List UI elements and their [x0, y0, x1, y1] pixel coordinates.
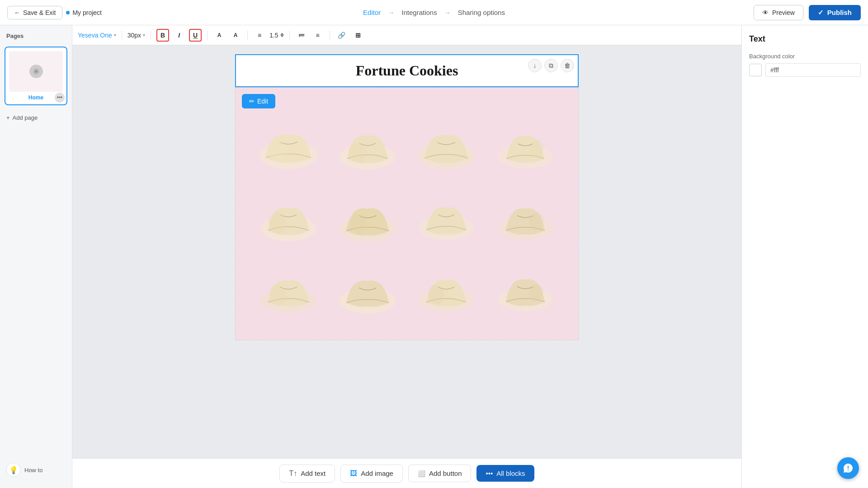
cookie-svg-11	[415, 265, 478, 315]
check-icon: ✓	[818, 9, 824, 17]
cookie-svg-8	[494, 193, 557, 243]
chat-button[interactable]	[837, 457, 859, 479]
back-arrow-icon: ←	[14, 9, 20, 16]
cookie-svg-6	[336, 193, 399, 243]
edit-block-button[interactable]: ✏ Edit	[242, 94, 275, 108]
editor-link[interactable]: Editor	[363, 9, 381, 16]
how-to-icon: 💡	[6, 463, 21, 477]
color-row	[749, 63, 861, 77]
font-size-select[interactable]: 30px ▾	[127, 32, 145, 39]
add-button-button[interactable]: ⬜ Add button	[408, 465, 472, 482]
cookie-6	[333, 187, 403, 249]
nav-left: ← Save & Exit My project	[7, 6, 102, 19]
text-color-button[interactable]: A	[213, 29, 226, 42]
add-text-button[interactable]: T↑ Add text	[279, 465, 335, 483]
main-layout: Feedback Pages Home ••• + Add page	[0, 25, 868, 488]
font-family-select[interactable]: Yeseva One ▾	[78, 32, 116, 39]
publish-button[interactable]: ✓ Publish	[809, 5, 861, 20]
cookie-svg-3	[415, 122, 478, 171]
cookie-9	[254, 259, 324, 322]
pages-title: Pages	[5, 33, 67, 39]
text-block-actions: ↓ ⧉ 🗑	[528, 59, 574, 72]
cookie-12	[491, 259, 561, 322]
unordered-list-button[interactable]: ≡	[311, 29, 324, 42]
cookie-svg-10	[336, 265, 399, 315]
plus-icon: +	[6, 114, 10, 121]
italic-button[interactable]: I	[173, 29, 185, 42]
bottom-toolbar: T↑ Add text 🖼 Add image ⬜ Add button •••…	[72, 458, 741, 488]
duplicate-button[interactable]: ⧉	[544, 59, 558, 72]
cookie-svg-5	[257, 193, 320, 243]
button-icon: ⬜	[418, 470, 425, 477]
add-image-button[interactable]: 🖼 Add image	[340, 465, 403, 483]
dot-indicator	[66, 11, 70, 14]
project-name: My project	[66, 9, 102, 16]
cookies-grid	[236, 88, 578, 340]
cookie-svg-12	[494, 265, 557, 315]
preview-button[interactable]: 👁 Preview	[754, 5, 803, 20]
divider-3	[207, 31, 208, 40]
text-block[interactable]: Fortune Cookies ↓ ⧉ 🗑	[235, 54, 579, 87]
color-input[interactable]	[765, 63, 861, 77]
nav-right: 👁 Preview ✓ Publish	[754, 5, 861, 20]
divider-6	[330, 31, 330, 40]
panel-title: Text	[749, 34, 861, 44]
line-height-control: 1.5	[269, 32, 283, 39]
top-navigation: ← Save & Exit My project Editor → Integr…	[0, 0, 868, 25]
canvas-area: Yeseva One ▾ 30px ▾ B I U A A ≡ 1.5	[72, 25, 741, 488]
text-highlight-button[interactable]: A	[229, 29, 242, 42]
cookie-2	[333, 115, 403, 178]
sharing-link[interactable]: Sharing options	[458, 9, 505, 16]
cookie-svg-9	[257, 265, 320, 315]
cookie-svg-1	[257, 122, 320, 171]
divider-4	[247, 31, 248, 40]
divider-2	[151, 31, 151, 40]
text-icon: T↑	[289, 469, 297, 478]
link-button[interactable]: 🔗	[335, 29, 348, 42]
chevron-down-icon-2: ▾	[143, 33, 145, 38]
grid-icon: •••	[486, 469, 493, 477]
color-swatch[interactable]	[749, 64, 762, 76]
cookie-8	[491, 187, 561, 249]
bg-color-label: Background color	[749, 53, 861, 60]
divider-5	[289, 31, 290, 40]
page-options-button[interactable]: •••	[55, 93, 65, 103]
ordered-list-button[interactable]: ≔	[295, 29, 308, 42]
line-height-arrows[interactable]	[280, 33, 284, 37]
chevron-down-icon: ▾	[114, 33, 116, 38]
cookie-svg-2	[336, 122, 399, 171]
underline-button[interactable]: U	[189, 29, 202, 42]
cookie-10	[333, 259, 403, 322]
image-block[interactable]: ✏ Edit	[235, 87, 579, 340]
add-page-button[interactable]: + Add page	[5, 113, 67, 123]
lh-down-arrow[interactable]	[280, 35, 284, 37]
cookie-3	[411, 115, 481, 178]
save-exit-button[interactable]: ← Save & Exit	[7, 6, 62, 19]
align-button[interactable]: ≡	[253, 29, 266, 42]
cookie-7	[411, 187, 481, 249]
divider-1	[122, 31, 122, 40]
cookie-svg-4	[494, 122, 557, 171]
cookie-1	[254, 115, 324, 178]
move-down-button[interactable]: ↓	[528, 59, 542, 72]
more-text-options-button[interactable]: ⊞	[352, 29, 364, 42]
cookie-svg-7	[415, 193, 478, 243]
chat-icon	[843, 463, 854, 474]
sidebar: Feedback Pages Home ••• + Add page	[0, 25, 72, 488]
all-blocks-button[interactable]: ••• All blocks	[476, 465, 534, 482]
thumbnail-preview	[9, 51, 63, 92]
lh-up-arrow[interactable]	[280, 33, 284, 35]
eye-icon: 👁	[762, 9, 769, 16]
right-panel: Text Background color	[741, 25, 868, 488]
page-title: Fortune Cookies	[356, 62, 458, 79]
cookie-4	[491, 115, 561, 178]
bold-button[interactable]: B	[156, 29, 169, 42]
pencil-icon: ✏	[249, 98, 255, 105]
integrations-link[interactable]: Integrations	[401, 9, 437, 16]
text-toolbar: Yeseva One ▾ 30px ▾ B I U A A ≡ 1.5	[72, 25, 741, 45]
nav-center: Editor → Integrations → Sharing options	[363, 9, 505, 16]
cookie-11	[411, 259, 481, 322]
delete-block-button[interactable]: 🗑	[561, 59, 574, 72]
canvas-content: Fortune Cookies ↓ ⧉ 🗑 ✏ Edit	[72, 45, 741, 458]
page-thumb-icon	[29, 65, 43, 78]
